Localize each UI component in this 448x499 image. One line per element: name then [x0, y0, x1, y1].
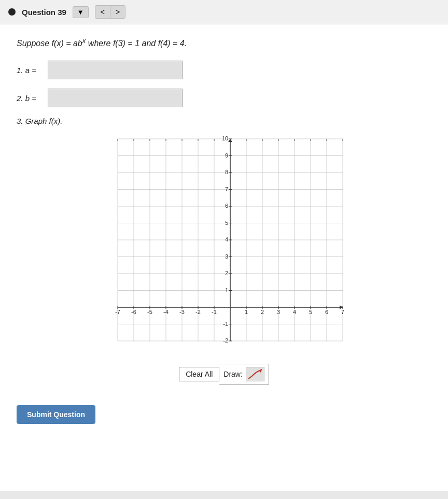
- part1-row: 1. a =: [17, 61, 431, 79]
- next-button[interactable]: >: [110, 6, 125, 18]
- question-label: Question 39: [22, 8, 66, 17]
- draw-icon[interactable]: [246, 367, 264, 381]
- graph-canvas[interactable]: [97, 134, 351, 357]
- problem-text: Suppose f(x) = abx where f(3) = 1 and f(…: [17, 37, 431, 48]
- draw-text: Draw:: [223, 370, 243, 378]
- graph-controls: Clear All Draw:: [179, 364, 269, 384]
- main-content: Suppose f(x) = abx where f(3) = 1 and f(…: [0, 24, 448, 491]
- answer-input-b[interactable]: [48, 89, 183, 107]
- question-dropdown[interactable]: ▼: [73, 6, 89, 18]
- prev-button[interactable]: <: [95, 6, 110, 18]
- draw-label: Draw:: [219, 364, 269, 384]
- part2-row: 2. b =: [17, 89, 431, 107]
- top-bar: Question 39 ▼ < >: [0, 0, 448, 24]
- graph-section: Clear All Draw:: [17, 134, 431, 384]
- part2-label: 2. b =: [17, 94, 48, 103]
- part1-label: 1. a =: [17, 66, 48, 75]
- nav-arrows: < >: [95, 5, 125, 19]
- clear-all-button[interactable]: Clear All: [179, 367, 219, 381]
- question-dot: [8, 8, 16, 16]
- dropdown-icon: ▼: [77, 8, 84, 16]
- part3-label: 3. Graph f(x).: [17, 117, 431, 125]
- submit-button[interactable]: Submit Question: [17, 405, 95, 424]
- graph-wrapper: [97, 134, 351, 357]
- answer-input-a[interactable]: [48, 61, 183, 79]
